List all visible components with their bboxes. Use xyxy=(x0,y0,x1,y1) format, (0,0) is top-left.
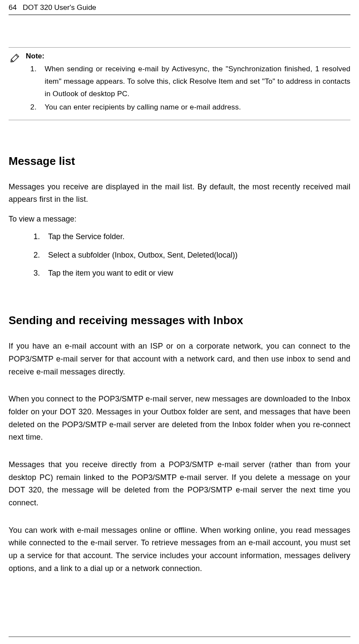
step-item: Tap the Service folder. xyxy=(42,231,350,243)
note-item: When sending or receiving e-mail by Acti… xyxy=(39,63,350,100)
step-list: Tap the Service folder. Select a subfold… xyxy=(9,231,350,279)
note-content: Note: When sending or receiving e-mail b… xyxy=(26,52,350,115)
section-heading-message-list: Message list xyxy=(9,155,350,168)
note-label: Note: xyxy=(26,52,350,61)
body-paragraph: Messages that you receive directly from … xyxy=(9,459,350,510)
step-item: Tap the item you want to edit or view xyxy=(42,267,350,279)
body-paragraph: You can work with e-mail messages online… xyxy=(9,524,350,575)
section-heading-sending-receiving: Sending and receiving messages with Inbo… xyxy=(9,314,350,327)
note-box: Note: When sending or receiving e-mail b… xyxy=(9,47,350,120)
header-title: DOT 320 User's Guide xyxy=(23,3,96,12)
body-paragraph: To view a message: xyxy=(9,213,350,225)
pencil-note-icon xyxy=(9,52,21,115)
page-number: 64 xyxy=(9,3,17,12)
body-paragraph: When you connect to the POP3/SMTP e-mail… xyxy=(9,393,350,444)
step-item: Select a subfolder (Inbox, Outbox, Sent,… xyxy=(42,249,350,261)
note-item: You can enter recipients by calling name… xyxy=(39,101,350,114)
body-paragraph: Messages you receive are displayed in th… xyxy=(9,181,350,206)
body-paragraph: If you have an e-mail account with an IS… xyxy=(9,340,350,378)
note-list: When sending or receiving e-mail by Acti… xyxy=(26,63,350,114)
footer-rule xyxy=(9,636,350,637)
page-header: 64 DOT 320 User's Guide xyxy=(9,3,350,15)
